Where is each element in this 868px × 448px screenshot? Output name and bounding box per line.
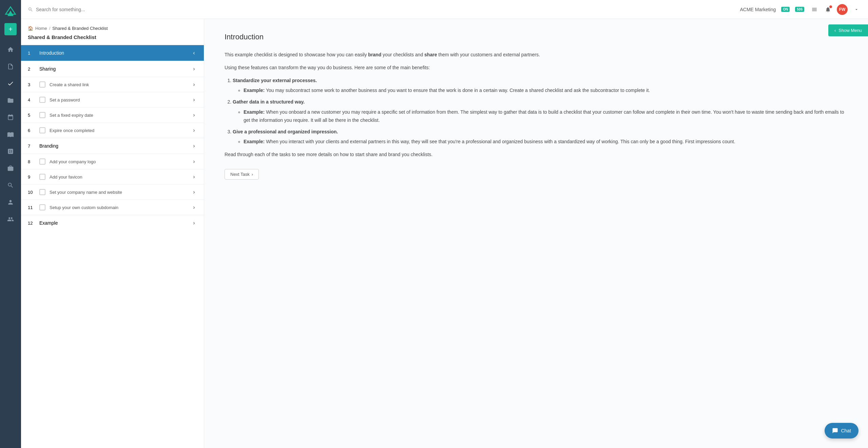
section-example[interactable]: 12 Example › [21, 215, 204, 231]
task-checkbox-11[interactable] [39, 204, 45, 210]
sidebar-item-charts[interactable] [0, 144, 21, 159]
task-label-9: Add your favicon [50, 174, 191, 180]
chevron-right-next-icon: › [252, 172, 253, 177]
item-number-8: 8 [28, 159, 36, 164]
task-checkbox-6[interactable] [39, 127, 45, 133]
section-sharing[interactable]: 2 Sharing › [21, 61, 204, 77]
item-number-3: 3 [28, 82, 36, 87]
section-branding[interactable]: 7 Branding › [21, 138, 204, 154]
closing-paragraph: Read through each of the tasks to see mo… [225, 151, 848, 159]
checklist-panel: 🏠 Home / Shared & Branded Checklist Shar… [21, 19, 204, 448]
detail-body: This example checklist is designed to sh… [225, 51, 848, 159]
item-number-12: 12 [28, 221, 36, 226]
panel-title: Shared & Branded Checklist [21, 34, 204, 45]
section-label-sharing: Sharing [39, 66, 191, 72]
benefit-item-3: Give a professional and organized impres… [233, 128, 848, 146]
task-checkbox-10[interactable] [39, 189, 45, 195]
section-label-introduction: Introduction [39, 50, 191, 56]
task-set-expiry[interactable]: 5 Set a fixed expiry date › [21, 107, 204, 123]
chevron-right-icon-8: › [191, 158, 197, 165]
topbar-icons: FW [810, 4, 861, 15]
next-task-label: Next Task [230, 172, 250, 177]
task-label-11: Setup your own custom subdomain [50, 205, 191, 210]
sidebar-item-book[interactable] [0, 127, 21, 142]
task-checkbox-3[interactable] [39, 81, 45, 88]
file-icon [7, 97, 14, 104]
status-badge-on: ON [781, 7, 790, 12]
home-icon [7, 46, 14, 53]
group-icon [7, 216, 14, 223]
chevron-right-icon-example: › [191, 220, 197, 226]
benefit-example-1: Example: You may subcontract some work t… [244, 87, 848, 95]
add-button[interactable]: + [4, 23, 17, 35]
item-number-7: 7 [28, 144, 36, 149]
wrench-icon [7, 182, 14, 189]
task-checkbox-8[interactable] [39, 158, 45, 165]
section-label-example: Example [39, 220, 191, 226]
task-checkbox-4[interactable] [39, 97, 45, 103]
breadcrumb-icon: 🏠 [28, 26, 33, 31]
task-checkbox-5[interactable] [39, 112, 45, 118]
chat-button[interactable]: Chat [825, 423, 859, 438]
show-menu-label: Show Menu [838, 28, 862, 33]
task-company-name-website[interactable]: 10 Set your company name and website › [21, 184, 204, 200]
topbar: ACME Marketing ON 506 FW [21, 0, 868, 19]
sidebar-item-calendar[interactable] [0, 110, 21, 125]
task-add-favicon[interactable]: 9 Add your favicon › [21, 169, 204, 184]
breadcrumb-current: Shared & Branded Checklist [52, 26, 108, 31]
benefit-example-3: Example: When you interact with your cli… [244, 138, 848, 146]
sidebar-item-profile[interactable] [0, 195, 21, 210]
person-icon [7, 199, 14, 206]
notification-bell-btn[interactable] [823, 5, 833, 14]
task-custom-subdomain[interactable]: 11 Setup your own custom subdomain › [21, 200, 204, 215]
breadcrumb-home-link[interactable]: Home [35, 26, 47, 31]
chevron-right-icon-10: › [191, 189, 197, 195]
section-introduction[interactable]: 1 Introduction ‹ [21, 45, 204, 61]
chart-icon [7, 148, 14, 155]
sidebar-item-documents[interactable] [0, 59, 21, 74]
user-avatar[interactable]: FW [837, 4, 848, 15]
breadcrumb-separator: / [49, 26, 51, 31]
calendar-icon [7, 114, 14, 121]
sidebar-item-files[interactable] [0, 93, 21, 108]
sidebar-item-team[interactable] [0, 212, 21, 227]
chevron-right-icon-9: › [191, 174, 197, 180]
task-label-10: Set your company name and website [50, 190, 191, 195]
chat-icon [832, 428, 838, 434]
task-checkbox-9[interactable] [39, 174, 45, 180]
briefcase-icon [7, 165, 14, 172]
item-number-6: 6 [28, 128, 36, 133]
intro-paragraph-2: Using these features can transform the w… [225, 64, 848, 72]
menu-lines-icon [811, 6, 817, 13]
task-set-password[interactable]: 4 Set a password › [21, 92, 204, 107]
sidebar-item-settings[interactable] [0, 178, 21, 193]
item-number-5: 5 [28, 113, 36, 118]
menu-icon-btn[interactable] [810, 5, 819, 14]
task-label-4: Set a password [50, 97, 191, 102]
chevron-right-icon-11: › [191, 204, 197, 210]
item-number-11: 11 [28, 205, 36, 210]
chat-label: Chat [841, 428, 851, 433]
sidebar-item-home[interactable] [0, 42, 21, 57]
task-expire-completed[interactable]: 6 Expire once completed › [21, 123, 204, 138]
main-container: ACME Marketing ON 506 FW 🏠 [21, 0, 868, 448]
benefits-list: Standardize your external processes. Exa… [233, 77, 848, 146]
task-label-3: Create a shared link [50, 82, 191, 87]
benefit-example-2: Example: When you onboard a new customer… [244, 108, 848, 125]
search-input[interactable] [36, 7, 117, 12]
chevron-down-icon [854, 7, 859, 12]
breadcrumb: 🏠 Home / Shared & Branded Checklist [21, 26, 204, 34]
benefit-item-1: Standardize your external processes. Exa… [233, 77, 848, 95]
task-create-shared-link[interactable]: 3 Create a shared link › [21, 77, 204, 92]
task-add-logo[interactable]: 8 Add your company logo › [21, 154, 204, 169]
task-label-5: Set a fixed expiry date [50, 113, 191, 118]
task-label-6: Expire once completed [50, 128, 191, 133]
show-menu-button[interactable]: ‹ Show Menu [828, 24, 868, 36]
sidebar-item-checklists[interactable] [0, 76, 21, 91]
sidebar-item-briefcase[interactable] [0, 161, 21, 176]
company-name: ACME Marketing [740, 7, 776, 12]
avatar-dropdown-btn[interactable] [852, 5, 861, 14]
chevron-left-show-icon: ‹ [834, 28, 836, 33]
next-task-button[interactable]: Next Task › [225, 169, 259, 180]
item-number-9: 9 [28, 174, 36, 180]
